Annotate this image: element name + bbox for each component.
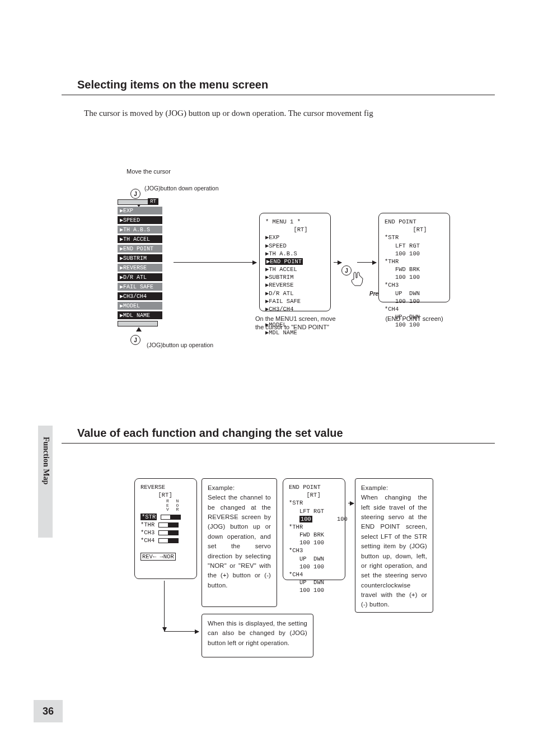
side-tab-label: Function Map xyxy=(41,437,50,484)
page-number: 36 xyxy=(34,700,63,722)
lcd-menu1: * MENU 1 * [RT] ▶EXP ▶SPEED ▶TH A.B.S ▶E… xyxy=(259,213,331,311)
example-body: Select the channel to be changed at the … xyxy=(208,494,271,588)
flow-arrow-icon xyxy=(357,262,376,263)
section1-heading: Selecting items on the menu screen xyxy=(77,78,495,91)
section1-rule xyxy=(62,95,495,95)
example-body: When changing the left side travel of th… xyxy=(361,494,427,608)
flow-arrow-icon xyxy=(348,503,354,503)
move-cursor-label: Move the cursor xyxy=(127,168,171,175)
menu-ribbon-item: ▶REVERSE xyxy=(118,264,162,272)
menu-ribbon-item: ▶FAIL SAFE xyxy=(118,283,162,291)
note-box-jog: When this is displayed, the setting can … xyxy=(202,614,313,657)
menu-ribbon-item: ▶TH A.B.S xyxy=(118,226,162,234)
flow-arrow-icon xyxy=(174,262,256,263)
menu-ribbon-item: ▶END POINT xyxy=(118,245,162,253)
example-box-reverse: Example: Select the channel to be change… xyxy=(202,478,277,607)
section1-body: The cursor is moved by (JOG) button up o… xyxy=(84,106,472,120)
example-box-endpoint: Example: When changing the left side tra… xyxy=(355,478,433,613)
up-arrow-icon xyxy=(136,327,142,332)
menu-ribbon: RT ▶EXP▶SPEED▶TH A.B.S▶TH ACCEL▶END POIN… xyxy=(118,199,171,326)
menu-ribbon-item: ▶SUBTRIM xyxy=(118,254,162,262)
menu-ribbon-item: ▶MDL NAME xyxy=(118,311,162,319)
lcd-endpoint-lft: END POINT [RT] *STR LFT RGT 100 100 *THR… xyxy=(283,478,345,580)
jog-down-label: (JOG)button down operation xyxy=(144,185,219,192)
section2-heading: Value of each function and changing the … xyxy=(77,427,495,440)
menu-ribbon-item: ▶D/R ATL xyxy=(118,273,162,281)
menu-ribbon-item: ▶CH3/CH4 xyxy=(118,292,162,300)
jog-icon: J xyxy=(130,189,140,199)
menu-ribbon-item: ▶SPEED xyxy=(118,216,162,224)
jog-icon: J xyxy=(130,335,140,345)
jog-up-label: (JOG)button up operation xyxy=(147,342,213,348)
caption-endpoint: (END POINT screen) xyxy=(375,315,453,323)
flow-arrow-icon xyxy=(164,631,199,632)
example-title: Example: xyxy=(361,484,388,491)
flow-arrow-icon xyxy=(164,581,165,631)
figure-value-change: REVERSE [RT]REV NOR*STR *THR *CH3 *CH4 R… xyxy=(118,478,495,674)
menu-ribbon-item: ▶TH ACCEL xyxy=(118,235,162,243)
lcd-endpoint: END POINT [RT] *STR LFT RGT 100 100 *THR… xyxy=(378,213,450,302)
example-title: Example: xyxy=(208,484,235,491)
press-hand-icon xyxy=(350,271,366,288)
section2-rule xyxy=(62,443,495,444)
rt-badge: RT xyxy=(148,198,158,205)
caption-menu1: On the MENU1 screen, move the cursor to … xyxy=(255,315,345,332)
menu-ribbon-item: ▶EXP xyxy=(118,207,162,214)
flow-arrow-icon xyxy=(334,262,341,263)
lcd-reverse: REVERSE [RT]REV NOR*STR *THR *CH3 *CH4 R… xyxy=(134,478,197,579)
menu-ribbon-item: ▶MODEL xyxy=(118,302,162,310)
figure-menu-select: Move the cursor (JOG)button down operati… xyxy=(118,169,495,399)
